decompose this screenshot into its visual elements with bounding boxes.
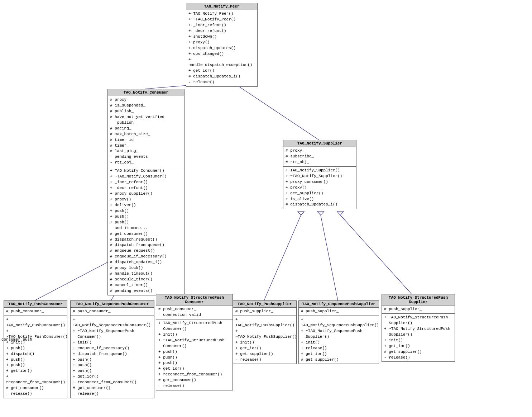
tao-notify-consumer-fields: # proxy_ # is_suspended_ # publish_ # ha… (108, 96, 184, 167)
tao-notify-peer-header: TAO_Notify_Peer (186, 3, 257, 10)
tao-seq-push-consumer-fields: # push_consumer_ (71, 308, 154, 316)
svg-line-7 (340, 215, 417, 300)
tao-notify-supplier-header: TAO_Notify_Supplier (283, 140, 356, 147)
tao-notify-consumer-box: TAO_Notify_Consumer # proxy_ # is_suspen… (107, 89, 184, 295)
tao-push-supplier-header: TAO_Notify_PushSupplier (233, 301, 296, 308)
tao-struct-push-supplier-fields: # push_supplier_ (382, 305, 455, 314)
tao-seq-push-supplier-fields: # push_supplier_ (299, 308, 379, 316)
tao-notify-peer-box: TAO_Notify_Peer + TAO_Notify_Peer() + ~T… (186, 3, 258, 87)
consumer-push-label: consumer push (1, 337, 32, 342)
tao-notify-supplier-fields: # proxy_ # subscribe_ # rtt_obj_ (283, 147, 356, 167)
tao-struct-push-supplier-box: TAO_Notify_StructuredPushSupplier # push… (382, 294, 455, 362)
tao-seq-push-consumer-box: TAO_Notify_SequencePushConsumer # push_c… (70, 300, 154, 398)
tao-push-consumer-header: TAO_Notify_PushConsumer (4, 301, 67, 308)
tao-notify-supplier-box: TAO_Notify_Supplier # proxy_ # subscribe… (283, 140, 356, 209)
tao-seq-push-supplier-header: TAO_Notify_SequencePushSupplier (299, 301, 379, 308)
svg-line-5 (264, 215, 301, 300)
tao-notify-consumer-header: TAO_Notify_Consumer (108, 89, 184, 96)
tao-push-supplier-box: TAO_Notify_PushSupplier # push_supplier_… (233, 300, 297, 364)
tao-seq-push-supplier-methods: + TAO_Notify_SequencePushSupplier() + ~T… (299, 316, 379, 364)
svg-line-6 (321, 215, 338, 300)
tao-seq-push-consumer-methods: + TAO_Notify_SequencePushConsumer() + ~T… (71, 316, 154, 398)
tao-struct-push-consumer-methods: + TAO_Notify_StructuredPush Consumer() +… (156, 319, 233, 390)
tao-push-consumer-fields: # push_consumer_ (4, 308, 67, 316)
diagram-container: TAO_Notify_Peer + TAO_Notify_Peer() + ~T… (0, 0, 532, 417)
tao-notify-consumer-methods: + TAO_Notify_Consumer() + ~TAO_Notify_Co… (108, 167, 184, 295)
tao-struct-push-consumer-fields: # push_consumer_ - connection_valid (156, 305, 233, 319)
tao-struct-push-consumer-header: TAO_Notify_StructuredPushConsumer (156, 294, 233, 305)
tao-push-supplier-methods: + TAO_Notify_PushSupplier() + ~TAO_Notif… (233, 316, 296, 364)
tao-struct-push-consumer-box: TAO_Notify_StructuredPushConsumer # push… (156, 294, 233, 390)
tao-seq-push-consumer-header: TAO_Notify_SequencePushConsumer (71, 301, 154, 308)
tao-push-consumer-box: TAO_Notify_PushConsumer # push_consumer_… (4, 300, 67, 398)
tao-notify-peer-methods: + TAO_Notify_Peer() + ~TAO_Notify_Peer()… (186, 10, 257, 86)
svg-line-1 (233, 82, 319, 140)
tao-notify-supplier-methods: + TAO_Notify_Supplier() + ~TAO_Notify_Su… (283, 167, 356, 209)
tao-push-supplier-fields: # push_supplier_ (233, 308, 296, 316)
tao-seq-push-supplier-box: TAO_Notify_SequencePushSupplier # push_s… (298, 300, 379, 364)
tao-struct-push-supplier-header: TAO_Notify_StructuredPushSupplier (382, 294, 455, 305)
tao-push-consumer-methods: + TAO_Notify_PushConsumer() + ~TAO_Notif… (4, 316, 67, 398)
tao-struct-push-supplier-methods: + TAO_Notify_StructuredPush Supplier() +… (382, 314, 455, 362)
